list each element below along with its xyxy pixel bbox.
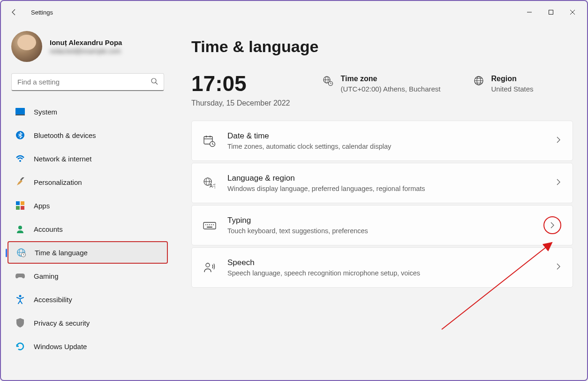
maximize-button[interactable]: [540, 5, 562, 20]
timezone-icon: [323, 76, 333, 86]
sidebar-item-bluetooth[interactable]: Bluetooth & devices: [8, 124, 168, 146]
speech-icon: [203, 262, 216, 273]
svg-text:A字: A字: [210, 183, 215, 189]
sidebar: Ionuț Alexandru Popa redacted@example.co…: [1, 23, 174, 380]
back-button[interactable]: [5, 3, 23, 22]
bluetooth-icon: [15, 130, 25, 140]
app-title: Settings: [31, 9, 53, 16]
svg-point-14: [19, 295, 22, 297]
card-typing[interactable]: Typing Touch keyboard, text suggestions,…: [191, 205, 573, 245]
sidebar-item-label: Accessibility: [34, 296, 72, 304]
settings-card-list: Date & time Time zones, automatic clock …: [191, 121, 573, 288]
card-subtitle: Speech language, speech recognition micr…: [227, 269, 544, 277]
title-bar: Settings: [1, 1, 587, 23]
accessibility-icon: [15, 294, 25, 305]
sidebar-item-system[interactable]: System: [8, 100, 168, 123]
wifi-icon: [15, 153, 25, 164]
svg-point-30: [213, 224, 214, 225]
sidebar-item-accounts[interactable]: Accounts: [8, 218, 168, 240]
apps-icon: [15, 200, 25, 211]
svg-point-26: [205, 224, 206, 225]
search-input[interactable]: [17, 78, 151, 86]
svg-point-29: [211, 224, 212, 225]
sidebar-item-label: Accounts: [34, 225, 63, 233]
time-info-row: 17:05 Thursday, 15 December 2022 Time zo…: [191, 73, 573, 107]
calendar-clock-icon: [203, 135, 216, 147]
sidebar-item-gaming[interactable]: Gaming: [8, 265, 168, 287]
card-speech[interactable]: Speech Speech language, speech recogniti…: [191, 247, 573, 288]
sidebar-item-network[interactable]: Network & internet: [8, 147, 168, 170]
sidebar-item-label: Apps: [34, 202, 50, 210]
shield-icon: [15, 318, 25, 328]
gamepad-icon: [15, 271, 25, 281]
svg-rect-0: [549, 10, 553, 15]
keyboard-icon: [203, 221, 216, 230]
person-icon: [15, 224, 25, 234]
sidebar-item-label: Privacy & security: [34, 319, 90, 327]
sidebar-item-personalization[interactable]: Personalization: [8, 171, 168, 193]
timezone-value: (UTC+02:00) Athens, Bucharest: [340, 85, 440, 93]
user-email: redacted@example.com: [50, 47, 122, 55]
card-language-region[interactable]: A字 Language & region Windows display lan…: [191, 163, 573, 203]
svg-point-5: [19, 160, 21, 162]
timezone-label: Time zone: [340, 75, 440, 83]
sidebar-item-accessibility[interactable]: Accessibility: [8, 288, 168, 311]
main-content: Time & language 17:05 Thursday, 15 Decem…: [174, 23, 587, 380]
svg-point-32: [206, 263, 210, 267]
card-subtitle: Touch keyboard, text suggestions, prefer…: [227, 227, 532, 235]
globe-clock-icon: [16, 247, 26, 258]
user-name: Ionuț Alexandru Popa: [50, 38, 122, 46]
svg-rect-25: [204, 222, 216, 229]
chevron-right-icon: [556, 263, 561, 272]
system-icon: [15, 107, 25, 117]
region-label: Region: [491, 75, 534, 83]
region-value: United States: [491, 85, 534, 93]
svg-point-10: [18, 226, 22, 229]
clock-time: 17:05: [191, 73, 290, 94]
svg-point-28: [209, 224, 210, 225]
svg-rect-31: [207, 227, 212, 228]
page-title: Time & language: [191, 38, 573, 56]
sidebar-item-time-language[interactable]: Time & language: [8, 241, 168, 264]
svg-rect-9: [21, 206, 24, 210]
svg-rect-3: [15, 114, 25, 115]
search-icon: [151, 77, 158, 87]
avatar: [11, 31, 42, 62]
svg-rect-7: [21, 201, 24, 205]
window-controls: [519, 5, 583, 20]
card-subtitle: Windows display language, preferred lang…: [227, 185, 544, 192]
sidebar-item-label: Personalization: [34, 178, 82, 186]
sidebar-item-windows-update[interactable]: Windows Update: [8, 335, 168, 358]
update-icon: [15, 341, 25, 351]
minimize-button[interactable]: [519, 5, 540, 20]
sidebar-item-label: Network & internet: [34, 155, 91, 163]
card-title: Speech: [227, 258, 544, 267]
globe-icon: [474, 76, 484, 86]
language-icon: A字: [203, 177, 216, 189]
chevron-right-icon: [556, 137, 561, 145]
card-date-time[interactable]: Date & time Time zones, automatic clock …: [191, 121, 573, 161]
nav-list: System Bluetooth & devices Network & int…: [6, 100, 170, 358]
svg-rect-8: [16, 206, 20, 210]
sidebar-item-label: Windows Update: [34, 343, 87, 351]
svg-point-1: [151, 78, 156, 83]
sidebar-item-apps[interactable]: Apps: [8, 194, 168, 217]
close-button[interactable]: [562, 5, 583, 20]
sidebar-item-label: Bluetooth & devices: [34, 131, 96, 139]
search-box[interactable]: [11, 73, 164, 91]
clock-date: Thursday, 15 December 2022: [191, 99, 290, 107]
user-block[interactable]: Ionuț Alexandru Popa redacted@example.co…: [6, 23, 170, 73]
card-title: Typing: [227, 216, 532, 225]
clock-block: 17:05 Thursday, 15 December 2022: [191, 73, 290, 107]
svg-rect-2: [15, 108, 25, 114]
svg-rect-6: [16, 201, 20, 205]
sidebar-item-label: Time & language: [35, 249, 88, 257]
card-title: Language & region: [227, 174, 544, 183]
card-subtitle: Time zones, automatic clock settings, ca…: [227, 143, 544, 150]
region-block: Region United States: [474, 73, 534, 107]
paintbrush-icon: [15, 177, 25, 187]
sidebar-item-label: Gaming: [34, 272, 59, 280]
sidebar-item-privacy[interactable]: Privacy & security: [8, 312, 168, 334]
sidebar-item-label: System: [34, 108, 57, 116]
chevron-right-icon: [543, 216, 561, 234]
